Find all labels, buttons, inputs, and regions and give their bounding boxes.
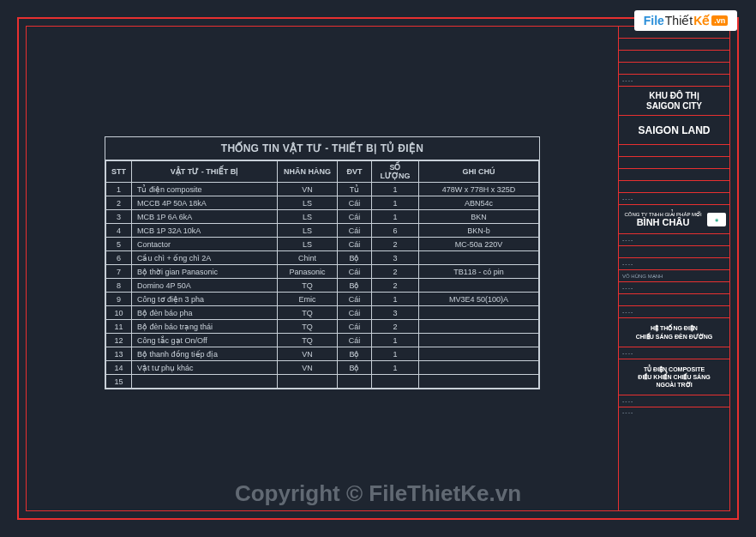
cell-vt: Bộ đèn báo trạng thái xyxy=(132,320,278,334)
table-row: 4MCB 1P 32A 10kALSCái6BKN-b xyxy=(106,224,539,238)
tb-row-blank xyxy=(619,294,729,306)
table-row: 11Bộ đèn báo trạng tháiTQCái2 xyxy=(106,320,539,334)
sheet-line3: NGOÀI TRỜI xyxy=(656,381,692,389)
cell-sl: 3 xyxy=(372,306,419,320)
sheet-line1: TỦ ĐIỆN COMPOSITE xyxy=(644,365,705,373)
cell-nh: LS xyxy=(278,224,338,238)
logo-part3: Kế xyxy=(693,14,710,27)
company-small: CÔNG TY TNHH GIẢI PHÁP MỚI xyxy=(622,211,704,217)
cell-stt: 9 xyxy=(106,293,132,306)
project-line2: SAIGON CITY xyxy=(646,101,702,112)
table-row: 12Công tắc gạt On/OffTQCái1 xyxy=(106,334,539,347)
cell-sl: 2 xyxy=(372,238,419,251)
table-row: 1Tủ điện compositeVNTủ1478W x 778H x 325… xyxy=(106,183,539,196)
tb-row-dash: ---- xyxy=(619,258,729,270)
cell-nh: VN xyxy=(278,347,338,361)
system-line2: CHIẾU SÁNG ĐÈN ĐƯỜNG xyxy=(636,333,713,341)
cell-sl: 1 xyxy=(372,334,419,347)
cell-dvt: Cái xyxy=(338,224,372,238)
tb-row-blank xyxy=(619,169,729,181)
table-title: THỐNG TIN VẬT TƯ - THIẾT BỊ TỦ ĐIỆN xyxy=(105,137,539,160)
cell-vt: Công tơ điện 3 pha xyxy=(132,293,278,306)
drawing-outer-frame: THỐNG TIN VẬT TƯ - THIẾT BỊ TỦ ĐIỆN STT … xyxy=(17,17,739,520)
titleblock: ---- KHU ĐÔ THỊ SAIGON CITY SAIGON LAND … xyxy=(618,27,729,510)
cell-stt: 7 xyxy=(106,265,132,279)
cell-dvt: Bộ xyxy=(338,251,372,265)
cell-vt: Công tắc gạt On/Off xyxy=(132,334,278,347)
cell-nh: Emic xyxy=(278,293,338,306)
cell-sl: 6 xyxy=(372,224,419,238)
cell-sl: 2 xyxy=(372,320,419,334)
table-row: 14Vật tư phụ khácVNBộ1 xyxy=(106,361,539,375)
cell-stt: 15 xyxy=(106,375,132,389)
tb-company: CÔNG TY TNHH GIẢI PHÁP MỚI BÌNH CHÂU ◉ xyxy=(619,205,729,234)
cell-vt: Bộ thanh đồng tiếp địa xyxy=(132,347,278,361)
cell-dvt: Cái xyxy=(338,293,372,306)
th-stt: STT xyxy=(106,161,132,183)
cell-dvt: Cái xyxy=(338,265,372,279)
cell-stt: 14 xyxy=(106,361,132,375)
cell-sl xyxy=(372,375,419,389)
cell-dvt: Bộ xyxy=(338,347,372,361)
sheet-line2: ĐIỀU KHIỂN CHIẾU SÁNG xyxy=(638,373,710,381)
table-row: 7Bộ thời gian PanasonicPanasonicCái2TB11… xyxy=(106,265,539,279)
cell-gc: ABN54c xyxy=(419,196,539,210)
table-row: 8Domino 4P 50ATQBộ2 xyxy=(106,279,539,293)
table-row: 2MCCB 4P 50A 18kALSCái1ABN54c xyxy=(106,196,539,210)
tb-project: KHU ĐÔ THỊ SAIGON CITY xyxy=(619,87,729,116)
cell-sl: 2 xyxy=(372,279,419,293)
cell-gc xyxy=(419,279,539,293)
watermark-logo: File Thiết Kế .vn xyxy=(634,10,737,31)
table-row: 10Bộ đèn báo phaTQCái3 xyxy=(106,306,539,320)
table-header-row: STT VẬT TƯ - THIẾT BỊ NHÃN HÀNG ĐVT SỐ L… xyxy=(106,161,539,183)
cell-gc xyxy=(419,347,539,361)
cell-nh: Panasonic xyxy=(278,265,338,279)
company-logo-icon: ◉ xyxy=(707,213,726,226)
cell-nh: TQ xyxy=(278,320,338,334)
cell-nh: TQ xyxy=(278,334,338,347)
table-row: 6Cầu chì + ống chì 2AChintBộ3 xyxy=(106,251,539,265)
tb-row-dash: ---- xyxy=(619,395,729,407)
cell-sl: 1 xyxy=(372,196,419,210)
logo-part2: Thiết xyxy=(665,14,693,27)
cell-gc: 478W x 778H x 325D xyxy=(419,183,539,196)
tb-row-dash: ---- xyxy=(619,234,729,246)
cell-vt: Domino 4P 50A xyxy=(132,279,278,293)
cell-nh: Chint xyxy=(278,251,338,265)
cell-gc: MC-50a 220V xyxy=(419,238,539,251)
tb-designer: VÕ HÙNG MẠNH xyxy=(619,270,729,282)
cell-sl: 1 xyxy=(372,293,419,306)
cell-gc xyxy=(419,320,539,334)
system-line1: HỆ THỐNG ĐIỆN xyxy=(651,324,698,332)
tb-row-blank xyxy=(619,51,729,63)
cell-gc xyxy=(419,375,539,389)
logo-part1: File xyxy=(644,14,664,27)
drawing-inner-frame: THỐNG TIN VẬT TƯ - THIẾT BỊ TỦ ĐIỆN STT … xyxy=(26,26,730,511)
tb-row-blank xyxy=(619,246,729,258)
cell-stt: 4 xyxy=(106,224,132,238)
table-row: 3MCB 1P 6A 6kALSCái1BKN xyxy=(106,210,539,224)
cell-dvt: Cái xyxy=(338,196,372,210)
cell-stt: 10 xyxy=(106,306,132,320)
cell-stt: 1 xyxy=(106,183,132,196)
cell-nh: TQ xyxy=(278,279,338,293)
tb-owner: SAIGON LAND xyxy=(619,116,729,145)
cell-vt xyxy=(132,375,278,389)
cell-gc xyxy=(419,361,539,375)
tb-row-blank xyxy=(619,157,729,169)
cell-stt: 3 xyxy=(106,210,132,224)
cell-vt: Bộ đèn báo pha xyxy=(132,306,278,320)
cell-gc: TB118 - có pin xyxy=(419,265,539,279)
cell-sl: 1 xyxy=(372,361,419,375)
company-big: BÌNH CHÂU xyxy=(622,217,704,227)
project-line1: KHU ĐÔ THỊ xyxy=(649,91,699,101)
cell-vt: Cầu chì + ống chì 2A xyxy=(132,251,278,265)
cell-vt: MCCB 4P 50A 18kA xyxy=(132,196,278,210)
tb-row-dash: ---- xyxy=(619,347,729,359)
tb-row-blank xyxy=(619,181,729,193)
cell-gc xyxy=(419,251,539,265)
cell-vt: MCB 1P 6A 6kA xyxy=(132,210,278,224)
cell-dvt: Bộ xyxy=(338,361,372,375)
cell-dvt: Cái xyxy=(338,306,372,320)
tb-system: HỆ THỐNG ĐIỆN CHIẾU SÁNG ĐÈN ĐƯỜNG xyxy=(619,318,729,347)
